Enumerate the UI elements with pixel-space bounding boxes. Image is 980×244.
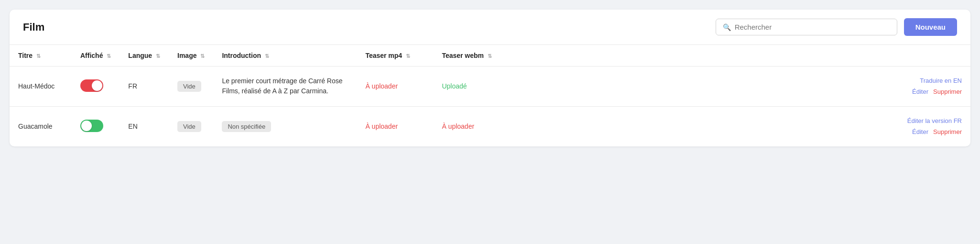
sort-icon-intro[interactable]: ⇅ [265, 53, 269, 59]
cell-langue-2: EN [120, 106, 169, 146]
cell-titre-2: Guacamole [10, 106, 72, 146]
col-header-affiche: Affiché ⇅ [72, 45, 120, 67]
cell-image-2: Vide [169, 106, 213, 146]
action-row-bottom-2: Éditer Supprimer [528, 126, 962, 137]
webm-status-2: À uploader [442, 122, 474, 130]
sort-icon-image[interactable]: ⇅ [200, 53, 205, 59]
col-header-webm: Teaser webm ⇅ [433, 45, 519, 67]
sort-icon-affiche[interactable]: ⇅ [107, 53, 111, 59]
search-icon: 🔍 [723, 23, 731, 31]
mp4-status-1: À uploader [365, 82, 398, 90]
col-header-mp4: Teaser mp4 ⇅ [357, 45, 433, 67]
edit-link-2[interactable]: Éditer [912, 126, 928, 137]
toggle-affiche-1[interactable] [80, 79, 103, 92]
cell-intro-1: Le premier court métrage de Carré Rose F… [213, 67, 357, 107]
cell-actions-1: Traduire en EN Éditer Supprimer [519, 67, 970, 107]
toggle-slider-2 [80, 120, 103, 132]
table-header-row: Titre ⇅ Affiché ⇅ Langue ⇅ Image ⇅ Intro… [10, 45, 970, 67]
col-header-image: Image ⇅ [169, 45, 213, 67]
cell-mp4-2: À uploader [357, 106, 433, 146]
webm-status-1: Uploadé [442, 82, 467, 90]
cell-intro-2: Non spécifiée [213, 106, 357, 146]
col-header-actions [519, 45, 970, 67]
sort-icon-langue[interactable]: ⇅ [156, 53, 160, 59]
cell-webm-1: Uploadé [433, 67, 519, 107]
delete-link-2[interactable]: Supprimer [933, 126, 962, 137]
page-title: Film [23, 21, 44, 33]
action-row-top-2: Éditer la version FR [528, 115, 962, 126]
translate-en-link-1[interactable]: Traduire en EN [920, 75, 962, 86]
search-container: 🔍 [716, 19, 897, 35]
translate-fr-link-2[interactable]: Éditer la version FR [907, 115, 962, 126]
search-input[interactable] [735, 23, 890, 31]
cell-titre-1: Haut-Médoc [10, 67, 72, 107]
mp4-status-2: À uploader [365, 122, 398, 130]
badge-vide-2: Vide [177, 121, 201, 132]
col-header-intro: Introduction ⇅ [213, 45, 357, 67]
cell-langue-1: FR [120, 67, 169, 107]
badge-non-spec-2: Non spécifiée [222, 121, 271, 132]
action-row-top-1: Traduire en EN [528, 75, 962, 86]
cell-actions-2: Éditer la version FR Éditer Supprimer [519, 106, 970, 146]
cell-affiche-1 [72, 67, 120, 107]
action-row-bottom-1: Éditer Supprimer [528, 86, 962, 97]
delete-link-1[interactable]: Supprimer [933, 86, 962, 97]
sort-icon-titre[interactable]: ⇅ [36, 53, 41, 59]
cell-affiche-2 [72, 106, 120, 146]
col-header-titre: Titre ⇅ [10, 45, 72, 67]
films-table: Titre ⇅ Affiché ⇅ Langue ⇅ Image ⇅ Intro… [10, 45, 970, 146]
table-row: Guacamole EN Vide Non spécifiée [10, 106, 970, 146]
cell-image-1: Vide [169, 67, 213, 107]
toggle-affiche-2[interactable] [80, 120, 103, 132]
cell-mp4-1: À uploader [357, 67, 433, 107]
edit-link-1[interactable]: Éditer [912, 86, 928, 97]
header-actions: 🔍 Nouveau [716, 18, 957, 36]
col-header-langue: Langue ⇅ [120, 45, 169, 67]
main-card: Film 🔍 Nouveau Titre ⇅ Affiché ⇅ La [10, 10, 970, 146]
intro-text-1: Le premier court métrage de Carré Rose F… [222, 76, 348, 96]
toggle-slider-1 [80, 79, 103, 92]
new-button[interactable]: Nouveau [904, 18, 957, 36]
table-row: Haut-Médoc FR Vide Le premier court métr… [10, 67, 970, 107]
sort-icon-webm[interactable]: ⇅ [488, 53, 492, 59]
sort-icon-mp4[interactable]: ⇅ [406, 53, 410, 59]
cell-webm-2: À uploader [433, 106, 519, 146]
page-header: Film 🔍 Nouveau [10, 10, 970, 45]
badge-vide-1: Vide [177, 81, 201, 92]
